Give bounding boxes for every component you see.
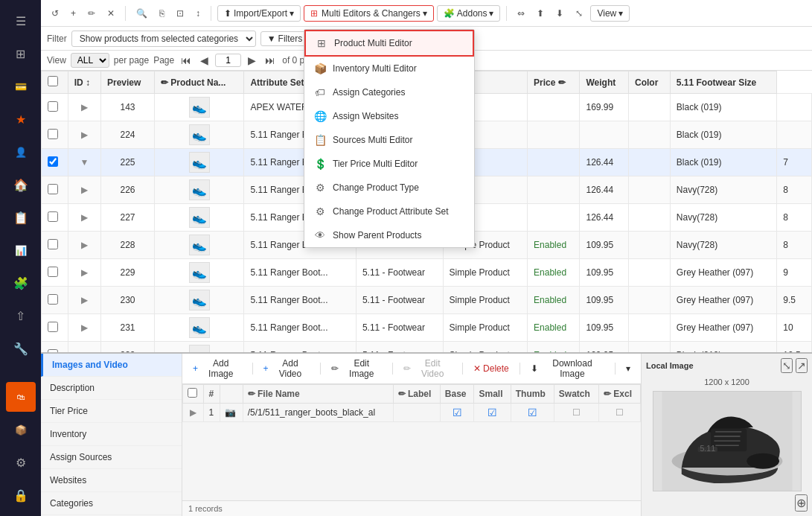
filter-select[interactable]: Show products from selected categories: [71, 31, 256, 47]
sidebar-marketing-icon[interactable]: 🏠: [6, 170, 36, 200]
tab-inventory[interactable]: Inventory: [41, 423, 182, 446]
img-row-swatch[interactable]: ☐: [554, 404, 598, 422]
align-button[interactable]: ⇔: [513, 6, 529, 21]
select-all-checkbox[interactable]: [48, 76, 58, 86]
tab-tier-price[interactable]: Tier Price: [41, 400, 182, 423]
add-image-icon: +: [193, 363, 198, 374]
img-row-base[interactable]: ☑: [440, 404, 474, 422]
filters-button[interactable]: ▼ Filters: [260, 31, 310, 46]
sidebar-reports-icon[interactable]: 📊: [6, 235, 36, 265]
expand-image-button[interactable]: ⤡: [781, 358, 793, 373]
row-expand-cell: ▶: [68, 342, 100, 353]
row-checkbox[interactable]: [48, 184, 58, 194]
sidebar-dashboard-icon[interactable]: ⊞: [6, 39, 36, 69]
edit-video-button[interactable]: ✏ Edit Video: [399, 357, 456, 380]
row-expand-cell: ▶: [68, 314, 100, 342]
menu-item-change-product-type[interactable]: ⚙ Change Product Type: [304, 176, 474, 200]
sidebar-lock-icon[interactable]: 🔒: [6, 480, 36, 510]
menu-item-tier-price[interactable]: 💲 Tier Price Multi Editor: [304, 152, 474, 176]
row-checkbox[interactable]: [48, 211, 58, 222]
page-last-button[interactable]: ⏭: [263, 54, 278, 67]
sidebar-menu-icon[interactable]: ☰: [6, 6, 36, 36]
col-id[interactable]: ID ↕: [68, 71, 100, 94]
multi-editors-button[interactable]: ⊞ Multi Editors & Changers ▾: [304, 5, 434, 22]
row-name[interactable]: 5.11 Ranger Boot...: [244, 342, 356, 353]
edit-image-button[interactable]: ✏ Edit Image: [327, 357, 386, 380]
row-checkbox[interactable]: [48, 267, 58, 277]
row-type: Simple Product: [443, 287, 528, 314]
tab-categories[interactable]: Categories: [41, 492, 182, 515]
sidebar-product-multi-icon[interactable]: 🛍: [6, 382, 36, 412]
row-expand-icon[interactable]: ▶: [190, 407, 196, 418]
img-col-filename[interactable]: ✏ File Name: [243, 385, 393, 404]
page-first-button[interactable]: ⏮: [179, 54, 194, 67]
tab-images-video[interactable]: Images and Video: [41, 354, 182, 377]
menu-item-assign-categories[interactable]: 🏷 Assign Categories: [304, 80, 474, 104]
img-col-excl[interactable]: ✏ Excl: [599, 385, 641, 404]
add-button[interactable]: +: [66, 6, 80, 21]
tab-description[interactable]: Description: [41, 377, 182, 400]
tab-assign-sources[interactable]: Assign Sources: [41, 446, 182, 469]
menu-item-show-parent[interactable]: 👁 Show Parent Products: [304, 223, 474, 247]
row-checkbox[interactable]: [48, 129, 58, 139]
row-checkbox[interactable]: [48, 156, 58, 167]
img-row-label: [393, 404, 440, 422]
row-checkbox[interactable]: [48, 294, 58, 305]
page-next-button[interactable]: ▶: [246, 54, 258, 67]
sidebar-settings-icon[interactable]: ⚙: [6, 447, 36, 477]
tab-websites[interactable]: Websites: [41, 469, 182, 492]
delete-button-bottom[interactable]: ✕ Delete: [469, 362, 514, 375]
img-row-excl[interactable]: ☐: [599, 404, 641, 422]
edit-button[interactable]: ✏: [83, 6, 100, 21]
move-down-button[interactable]: ⬇: [552, 6, 568, 21]
view-button[interactable]: View ▾: [590, 5, 630, 22]
row-name[interactable]: 5.11 Ranger Boot...: [244, 259, 356, 287]
col-price[interactable]: Price ✏: [528, 71, 580, 94]
row-color: Navy(728): [670, 176, 777, 204]
sidebar-catalog-icon[interactable]: ★: [6, 104, 36, 134]
fullscreen-button[interactable]: ⤡: [571, 6, 587, 21]
page-input[interactable]: [215, 54, 241, 67]
row-checkbox[interactable]: [48, 239, 58, 249]
img-select-all[interactable]: [188, 388, 197, 398]
zoom-button[interactable]: ⊕: [795, 494, 808, 512]
menu-item-product-multi-editor[interactable]: ⊞ Product Multi Editor: [304, 30, 474, 57]
import-export-button[interactable]: ⬆ Import/Export ▾: [217, 5, 301, 22]
menu-item-inventory-multi-editor[interactable]: 📦 Inventory Multi Editor: [304, 57, 474, 80]
page-prev-button[interactable]: ◀: [198, 54, 211, 67]
more-options-button[interactable]: ▾: [621, 362, 635, 375]
refresh-button[interactable]: ↺: [47, 6, 63, 21]
move-up-button[interactable]: ⬆: [532, 6, 549, 21]
row-name[interactable]: 5.11 Ranger Boot...: [244, 287, 356, 314]
columns-button[interactable]: ⊡: [172, 6, 188, 21]
delete-button[interactable]: ✕: [103, 6, 119, 21]
sidebar-tools-icon[interactable]: 🔧: [6, 334, 36, 363]
add-video-button[interactable]: + Add Video: [259, 357, 315, 380]
add-image-button[interactable]: + Add Image: [188, 357, 246, 380]
search-button[interactable]: 🔍: [132, 6, 152, 21]
row-name[interactable]: 5.11 Ranger Boot...: [244, 314, 356, 342]
sidebar-customers-icon[interactable]: 👤: [6, 137, 36, 167]
open-image-button[interactable]: ↗: [796, 358, 808, 373]
download-image-button[interactable]: ⬇ Download Image: [526, 357, 609, 380]
sidebar-content-icon[interactable]: 📋: [6, 203, 36, 232]
sidebar-inventory-icon[interactable]: 📦: [6, 415, 36, 445]
menu-item-change-attribute-set[interactable]: ⚙ Change Product Attribute Set: [304, 200, 474, 223]
row-select-cell: [42, 121, 68, 149]
sidebar-stores-icon[interactable]: 🧩: [6, 268, 36, 298]
addons-button[interactable]: 🧩 Addons ▾: [437, 5, 501, 22]
sidebar-system-icon[interactable]: ⇧: [6, 301, 36, 331]
menu-item-sources-multi-editor[interactable]: 📋 Sources Multi Editor: [304, 128, 474, 152]
view-select[interactable]: ALL: [71, 53, 109, 68]
img-row-small[interactable]: ☑: [474, 404, 511, 422]
sidebar-sales-icon[interactable]: 💳: [6, 71, 36, 101]
sort-button[interactable]: ↕: [191, 6, 205, 21]
menu-item-assign-websites[interactable]: 🌐 Assign Websites: [304, 104, 474, 128]
copy-button[interactable]: ⎘: [155, 6, 169, 21]
img-row-thumb[interactable]: ☑: [511, 404, 554, 422]
col-product-name[interactable]: ✏ Product Na...: [155, 71, 244, 94]
row-checkbox[interactable]: [48, 322, 58, 332]
img-col-label[interactable]: ✏ Label: [393, 385, 440, 404]
row-checkbox[interactable]: [48, 101, 58, 112]
row-status: [528, 176, 580, 204]
